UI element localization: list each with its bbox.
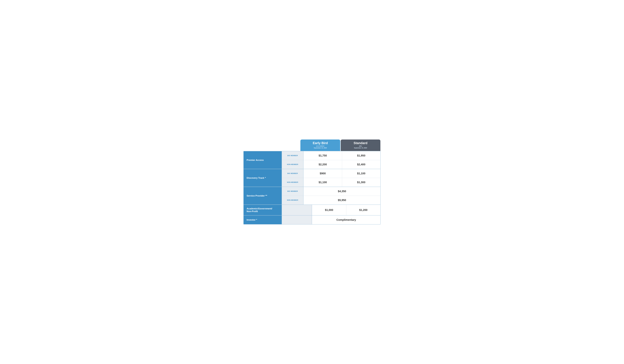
cell-member: BIO MEMBER bbox=[282, 187, 304, 196]
cell-member: NON-MEMBER bbox=[282, 160, 304, 169]
table-row-flat: Academic/Government/Non-Profit$1,000$1,2… bbox=[244, 205, 380, 215]
cell-member: BIO MEMBER bbox=[282, 151, 304, 160]
cell-complimentary: Complimentary bbox=[312, 215, 380, 224]
standard-subtitle: after September 14, 2023 bbox=[354, 145, 367, 149]
cell-category: Service Provider ** bbox=[244, 187, 282, 205]
early-bird-title: Early Bird bbox=[313, 141, 328, 145]
header-row: Early Bird on or before September 14, 20… bbox=[243, 139, 381, 151]
cell-price-span: $5,950 bbox=[304, 196, 380, 205]
sub-rows: BIO MEMBER$1,750$1,950NON-MEMBER$2,200$2… bbox=[282, 151, 380, 169]
table-row: Premier AccessBIO MEMBER$1,750$1,950NON-… bbox=[244, 151, 380, 169]
cell-price-early-bird: $1,100 bbox=[304, 178, 342, 187]
cell-member: NON-MEMBER bbox=[282, 178, 304, 187]
member-label: NON-MEMBER bbox=[287, 199, 298, 201]
cell-price-standard: $2,400 bbox=[342, 160, 380, 169]
member-label: NON-MEMBER bbox=[287, 182, 298, 183]
pricing-table: Premier AccessBIO MEMBER$1,750$1,950NON-… bbox=[243, 151, 381, 225]
member-label: BIO MEMBER bbox=[287, 173, 298, 174]
cell-price-early-bird: $900 bbox=[304, 169, 342, 178]
cell-price-early-bird: $1,750 bbox=[304, 151, 342, 160]
sub-row: BIO MEMBER$900$1,100 bbox=[282, 169, 380, 178]
cell-price-standard: $1,100 bbox=[342, 169, 380, 178]
standard-badge: Standard after September 14, 2023 bbox=[341, 139, 380, 151]
cell-category: Discovery Track * bbox=[244, 169, 282, 187]
cell-category-flat: Academic/Government/Non-Profit bbox=[244, 205, 282, 215]
cell-category: Premier Access bbox=[244, 151, 282, 169]
sub-rows: BIO MEMBER$4,350NON-MEMBER$5,950 bbox=[282, 187, 380, 205]
cell-member: BIO MEMBER bbox=[282, 169, 304, 178]
standard-title: Standard bbox=[354, 141, 367, 145]
cell-category-flat: Investor * bbox=[244, 215, 282, 224]
member-label: NON-MEMBER bbox=[287, 164, 298, 165]
cell-price-standard: $1,950 bbox=[342, 151, 380, 160]
early-bird-badge: Early Bird on or before September 14, 20… bbox=[300, 139, 340, 151]
cell-price-span: $4,350 bbox=[304, 187, 380, 196]
table-row: Service Provider **BIO MEMBER$4,350NON-M… bbox=[244, 187, 380, 205]
pricing-container: Early Bird on or before September 14, 20… bbox=[243, 139, 381, 225]
early-bird-subtitle: on or before September 14, 2023 bbox=[314, 145, 327, 149]
cell-price-early-bird: $2,200 bbox=[304, 160, 342, 169]
cell-member: NON-MEMBER bbox=[282, 196, 304, 205]
sub-row: NON-MEMBER$5,950 bbox=[282, 196, 380, 205]
cell-price-standard: $1,300 bbox=[342, 178, 380, 187]
member-label: BIO MEMBER bbox=[287, 155, 298, 156]
sub-rows: BIO MEMBER$900$1,100NON-MEMBER$1,100$1,3… bbox=[282, 169, 380, 187]
table-row-flat: Investor *Complimentary bbox=[244, 215, 380, 224]
sub-row: NON-MEMBER$1,100$1,300 bbox=[282, 178, 380, 187]
cell-member-flat-empty bbox=[282, 215, 312, 224]
sub-row: NON-MEMBER$2,200$2,400 bbox=[282, 160, 380, 169]
sub-row: BIO MEMBER$1,750$1,950 bbox=[282, 151, 380, 160]
cell-price-standard-flat: $1,200 bbox=[346, 205, 381, 215]
col-spacer bbox=[243, 139, 300, 151]
table-row: Discovery Track *BIO MEMBER$900$1,100NON… bbox=[244, 169, 380, 187]
sub-row: BIO MEMBER$4,350 bbox=[282, 187, 380, 196]
cell-member-flat-empty bbox=[282, 205, 312, 215]
member-label: BIO MEMBER bbox=[287, 190, 298, 192]
cell-price-early-bird-flat: $1,000 bbox=[312, 205, 346, 215]
